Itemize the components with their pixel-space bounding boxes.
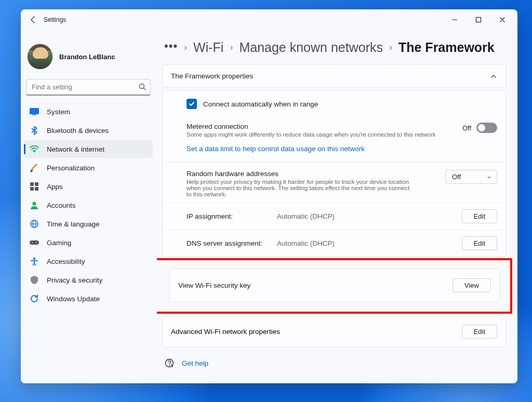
nav-apps[interactable]: Apps — [24, 178, 153, 195]
nav-label: Windows Update — [47, 295, 100, 303]
nav-label: Bluetooth & devices — [47, 127, 109, 135]
window-title: Settings — [44, 16, 66, 23]
nav-label: Accessibility — [47, 258, 85, 265]
view-security-key-button[interactable]: View — [453, 278, 491, 292]
account-icon — [29, 200, 39, 210]
nav: System Bluetooth & devices Network & int… — [23, 103, 154, 307]
random-hw-value: Off — [452, 173, 461, 181]
properties-body: Connect automatically when in range Mete… — [162, 90, 506, 257]
nav-label: Accounts — [47, 202, 76, 209]
checkbox-checked-icon[interactable] — [187, 99, 197, 109]
svg-point-4 — [34, 151, 35, 152]
security-key-label: View Wi-Fi security key — [178, 282, 250, 289]
nav-label: Network & internet — [47, 145, 104, 153]
nav-windows-update[interactable]: Windows Update — [24, 290, 153, 307]
nav-gaming[interactable]: Gaming — [24, 234, 153, 251]
svg-rect-3 — [32, 115, 36, 116]
system-icon — [29, 106, 39, 117]
svg-rect-0 — [476, 18, 481, 22]
nav-personalization[interactable]: Personalization — [24, 159, 153, 177]
svg-point-14 — [32, 242, 33, 243]
settings-window: Settings Brandon LeBlanc — [21, 9, 517, 383]
ip-value: Automatic (DHCP) — [277, 212, 455, 220]
advanced-card: Advanced Wi-Fi network properties Edit — [162, 316, 506, 347]
nav-network[interactable]: Network & internet — [24, 140, 153, 158]
nav-label: System — [47, 108, 70, 116]
help-row: Get help — [162, 347, 506, 379]
auto-connect-row[interactable]: Connect automatically when in range — [163, 90, 506, 117]
nav-accounts[interactable]: Accounts — [24, 196, 153, 214]
nav-bluetooth[interactable]: Bluetooth & devices — [24, 122, 153, 139]
sidebar: Brandon LeBlanc System Bluetooth & devic… — [21, 30, 157, 383]
search-icon — [138, 83, 147, 91]
wifi-icon — [29, 144, 39, 154]
nav-label: Apps — [47, 183, 63, 191]
highlight-annotation: View Wi-Fi security key View — [157, 258, 512, 314]
svg-point-18 — [169, 365, 170, 366]
svg-point-10 — [33, 202, 36, 206]
random-hw-desc: Help protect your privacy by making it h… — [187, 179, 410, 197]
back-button[interactable] — [25, 11, 42, 28]
svg-rect-9 — [35, 187, 38, 191]
metered-desc: Some apps might work differently to redu… — [187, 131, 454, 138]
main-content: ••• › Wi-Fi › Manage known networks › Th… — [157, 30, 517, 383]
nav-accessibility[interactable]: Accessibility — [24, 252, 153, 270]
svg-rect-8 — [30, 187, 34, 191]
accessibility-icon — [29, 256, 39, 266]
advanced-label: Advanced Wi-Fi network properties — [171, 328, 280, 336]
random-hw-row: Random hardware addresses Help protect y… — [163, 162, 506, 203]
bluetooth-icon — [29, 125, 39, 136]
breadcrumb-current: The Framework — [398, 40, 495, 55]
advanced-edit-button[interactable]: Edit — [462, 325, 497, 339]
metered-state: Off — [462, 124, 471, 132]
dns-edit-button[interactable]: Edit — [462, 236, 497, 250]
breadcrumb-ellipsis[interactable]: ••• — [164, 39, 178, 55]
globe-icon — [29, 219, 39, 229]
metered-toggle[interactable] — [476, 123, 497, 133]
metered-toggle-wrap: Off — [462, 123, 497, 133]
breadcrumb-wifi[interactable]: Wi-Fi — [193, 40, 223, 55]
breadcrumb-manage[interactable]: Manage known networks — [239, 40, 383, 55]
avatar — [27, 44, 53, 70]
user-row[interactable]: Brandon LeBlanc — [23, 34, 154, 77]
ip-row: IP assignment: Automatic (DHCP) Edit — [163, 203, 506, 230]
svg-rect-5 — [30, 169, 33, 172]
breadcrumb: ••• › Wi-Fi › Manage known networks › Th… — [162, 39, 506, 64]
svg-rect-7 — [35, 182, 38, 186]
security-key-card: View Wi-Fi security key View — [169, 269, 500, 302]
dns-value: Automatic (DHCP) — [277, 239, 455, 247]
dns-row: DNS server assignment: Automatic (DHCP) … — [163, 230, 506, 257]
chevron-right-icon: › — [389, 42, 392, 53]
window-controls — [443, 11, 514, 28]
nav-label: Personalization — [47, 164, 95, 172]
help-link[interactable]: Get help — [182, 359, 208, 367]
search-input[interactable] — [26, 79, 151, 96]
chevron-up-icon — [490, 73, 497, 80]
chevron-right-icon: › — [230, 42, 233, 53]
nav-system[interactable]: System — [24, 103, 153, 120]
nav-label: Privacy & security — [47, 276, 102, 284]
svg-point-15 — [36, 242, 37, 243]
metered-row: Metered connection Some apps might work … — [163, 117, 506, 141]
nav-privacy[interactable]: Privacy & security — [24, 271, 153, 289]
properties-header[interactable]: The Framework properties — [162, 64, 506, 88]
brush-icon — [29, 163, 39, 173]
data-limit-link[interactable]: Set a data limit to help control data us… — [163, 141, 506, 162]
titlebar: Settings — [21, 9, 517, 30]
chevron-right-icon: › — [184, 42, 187, 53]
maximize-button[interactable] — [467, 11, 490, 28]
apps-icon — [29, 181, 39, 192]
random-hw-select[interactable]: Off — [445, 170, 497, 184]
svg-rect-2 — [30, 109, 39, 114]
user-name: Brandon LeBlanc — [59, 53, 115, 61]
nav-time-language[interactable]: Time & language — [24, 215, 153, 233]
close-button[interactable] — [490, 11, 514, 28]
auto-connect-label: Connect automatically when in range — [203, 100, 318, 108]
minimize-button[interactable] — [443, 11, 467, 28]
svg-point-16 — [33, 258, 36, 260]
nav-label: Time & language — [47, 220, 100, 228]
svg-rect-13 — [30, 240, 39, 245]
ip-edit-button[interactable]: Edit — [462, 209, 497, 223]
dns-label: DNS server assignment: — [187, 239, 270, 247]
search-wrap — [26, 79, 151, 96]
